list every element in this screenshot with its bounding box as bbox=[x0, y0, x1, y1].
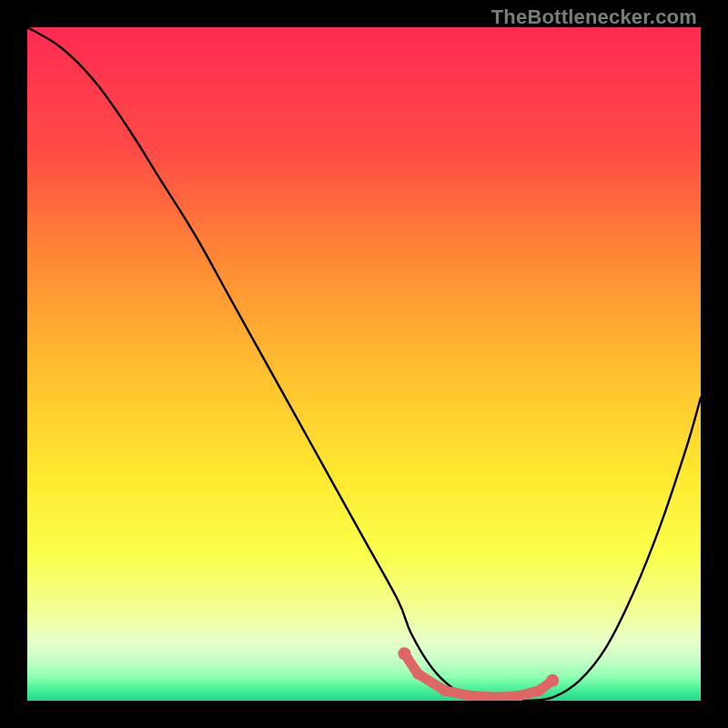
marker-point bbox=[412, 668, 423, 679]
marker-point bbox=[398, 647, 410, 660]
watermark-text: TheBottlenecker.com bbox=[491, 5, 697, 29]
plot-area bbox=[27, 27, 701, 701]
marker-point bbox=[546, 674, 559, 687]
marker-point bbox=[533, 685, 544, 696]
chart-frame: TheBottlenecker.com bbox=[0, 0, 728, 728]
marker-point bbox=[440, 685, 450, 696]
bottleneck-curve bbox=[27, 27, 701, 701]
curve-layer bbox=[27, 27, 701, 701]
